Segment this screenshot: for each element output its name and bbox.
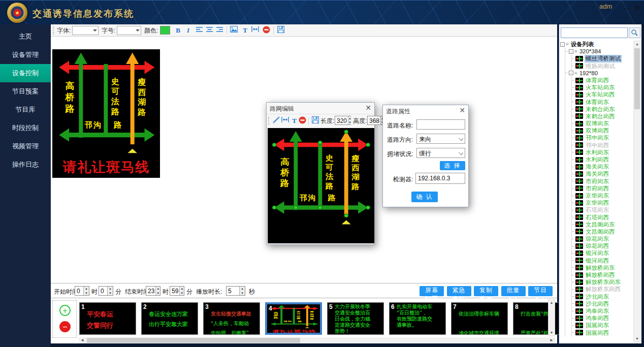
end-hour-spinner[interactable]: 23▲▼ <box>146 286 160 296</box>
tree-device-item[interactable]: 水利岗东 <box>572 149 633 156</box>
tree-device-item[interactable]: 鸿泰岗东 <box>572 307 633 314</box>
tree-device-item[interactable]: 琼花岗东 <box>572 235 633 242</box>
tree-device-item[interactable]: 体育岗西 <box>572 77 633 84</box>
road-network-sign[interactable]: 高桥路史可法路瘦西湖路邗沟路 <box>268 128 373 242</box>
tree-device-item[interactable]: 沙北岗东 <box>572 293 633 300</box>
road-direction-select[interactable]: 来向 <box>416 134 465 144</box>
tree-group-320x384[interactable]: -⌗320*384 <box>565 48 633 55</box>
thumbnail-7[interactable]: 7依法治理非标车辆 净化城市交通环境 <box>451 302 508 335</box>
thumbnail-2[interactable]: 2春运安全连万家出行平安靠大家 <box>141 302 198 335</box>
end-minute-spinner[interactable]: 59▲▼ <box>170 286 184 296</box>
height-spinner[interactable]: 368▲▼ <box>367 116 384 125</box>
emergency-event-button[interactable]: 紧急事件 <box>447 286 471 296</box>
close-button[interactable]: ✕ <box>632 5 643 14</box>
tree-device-item[interactable]: 海关岗东 <box>572 163 633 170</box>
fit-width-icon[interactable] <box>251 26 260 35</box>
tree-device-item[interactable]: 邗中岗东 <box>572 134 633 141</box>
duration-spinner[interactable]: 5▲▼ <box>226 286 245 296</box>
tree-device-item[interactable]: 解放桥岗西 <box>572 271 633 278</box>
tree-device-item[interactable]: 鸿泰岗西 <box>572 314 633 322</box>
italic-icon[interactable]: I <box>184 26 192 35</box>
tree-device-item[interactable]: 京华岗西 <box>572 199 633 206</box>
copy-program-button[interactable]: 复制节目 <box>474 286 498 296</box>
road-name-input[interactable] <box>416 119 465 130</box>
editor-fit-width-icon[interactable] <box>281 116 289 125</box>
tree-expander-icon[interactable]: - <box>569 71 573 75</box>
text-tool-icon[interactable]: T <box>241 26 249 35</box>
traffic-sign-canvas[interactable]: 高桥路史可法路瘦西湖路邗沟路请礼让斑马线 <box>52 49 160 178</box>
minimize-button[interactable]: ─ <box>621 5 632 14</box>
tree-expander-icon[interactable]: - <box>569 49 573 54</box>
draw-line-icon[interactable] <box>272 116 280 125</box>
tree-device-item[interactable]: 解放桥东岗西 <box>572 286 633 293</box>
thumbnail-4[interactable]: 4高桥路史可法路瘦西湖路邗沟路请礼让斑马线 <box>265 302 322 335</box>
sidebar-item-program-library[interactable]: 节目库 <box>0 101 51 119</box>
tree-device-item[interactable]: 文昌阁岗东 <box>572 221 633 228</box>
thumbnail-3[interactable]: 3发生轻微交通事故“人未伤，车能动先拍照，后撤离” <box>203 302 260 335</box>
tree-device-item[interactable]: 文昌阁岗西 <box>572 228 633 235</box>
tree-root-device-list[interactable]: -⌗设备列表 <box>560 41 633 48</box>
sidebar-item-time-control[interactable]: 时段控制 <box>0 119 51 137</box>
tree-device-item[interactable]: 火车站岗东 <box>572 84 633 91</box>
tree-device-item[interactable]: 螺丝湾桥测试 <box>572 55 633 62</box>
tree-device-item[interactable]: 琼花岗西 <box>572 242 633 249</box>
save-icon[interactable] <box>276 26 285 35</box>
editor-delete-icon[interactable] <box>298 116 307 125</box>
device-tree-scrollbar[interactable]: ▲ ▼ <box>633 41 641 342</box>
font-select[interactable] <box>72 26 99 35</box>
batch-deploy-button[interactable]: 批量下发 <box>501 286 526 296</box>
tree-device-item[interactable]: 解放桥岗东 <box>572 264 633 271</box>
screen-settings-button[interactable]: 屏幕设置 <box>420 286 444 296</box>
select-detector-button[interactable]: 选 择 <box>440 161 465 170</box>
detector-input[interactable] <box>415 173 465 184</box>
align-center-icon[interactable] <box>205 26 214 35</box>
length-spinner[interactable]: 320▲▼ <box>335 116 351 125</box>
start-minute-spinner[interactable]: 0▲▼ <box>99 286 113 296</box>
tree-device-item[interactable]: 国展岗西 <box>572 329 633 336</box>
align-right-icon[interactable] <box>215 26 224 35</box>
tree-device-item[interactable]: 水利岗西 <box>572 156 633 163</box>
tree-device-item[interactable]: 京华岗东 <box>572 192 633 199</box>
congestion-select[interactable]: 缓行 <box>416 148 465 158</box>
device-search-input[interactable] <box>561 27 628 38</box>
editor-text-tool-icon[interactable]: T <box>290 116 299 125</box>
sidebar-item-device-management[interactable]: 设备管理 <box>0 46 51 64</box>
tree-device-item[interactable]: 市府岗东 <box>572 178 633 185</box>
tree-device-item[interactable]: 石塔岗东 <box>572 206 633 213</box>
tree-group-192x80[interactable]: -⌗192*80 <box>565 70 633 77</box>
tree-device-item[interactable]: 双博岗东 <box>572 120 633 127</box>
remove-program-button[interactable]: − <box>59 321 71 332</box>
start-hour-spinner[interactable]: 0▲▼ <box>75 286 89 296</box>
sidebar-item-operation-log[interactable]: 操作日志 <box>0 155 51 174</box>
delete-icon[interactable] <box>262 26 271 35</box>
tree-device-item[interactable]: 火车站岗西 <box>572 91 633 98</box>
tree-device-item[interactable]: 邗中岗西 <box>572 142 633 149</box>
tree-device-item[interactable]: 来鹤台岗东 <box>572 106 633 113</box>
editor-close-icon[interactable]: ✕ <box>365 104 371 112</box>
tree-expander-icon[interactable]: - <box>560 42 565 47</box>
sidebar-item-home[interactable]: 主页 <box>0 27 51 46</box>
add-program-button[interactable]: + <box>59 305 71 316</box>
tree-device-item[interactable]: 海关岗西 <box>572 170 633 177</box>
device-search-button[interactable] <box>629 27 640 38</box>
confirm-button[interactable]: 确 认 <box>411 192 438 202</box>
editor-save-icon[interactable] <box>311 116 319 125</box>
tree-device-item[interactable]: 双博岗西 <box>572 127 633 134</box>
thumbnail-1[interactable]: 1平安春运交警同行 <box>79 302 136 335</box>
size-select[interactable] <box>117 26 141 35</box>
color-swatch[interactable] <box>160 26 170 35</box>
tree-device-item[interactable]: 解放桥东岗东 <box>572 278 633 286</box>
tree-device-item[interactable]: 银河岗东 <box>572 249 633 257</box>
tree-device-item[interactable]: 体育岗东 <box>572 99 633 106</box>
insert-image-icon[interactable] <box>230 26 238 35</box>
sidebar-item-device-control[interactable]: 设备控制 <box>0 64 51 82</box>
props-close-icon[interactable]: ✕ <box>459 106 465 114</box>
align-left-icon[interactable] <box>195 26 204 35</box>
thumbnail-horizontal-scrollbar[interactable]: ◄ ► <box>79 337 555 343</box>
sidebar-item-program-plan[interactable]: 节目预案 <box>0 82 51 101</box>
thumbnail-5[interactable]: 5大力开展秋冬季交通安全整治百日会战，全力稳定道路交通安全形势！ <box>327 302 384 335</box>
tree-device-item[interactable]: 维扬岗测试 <box>572 62 633 70</box>
road-network-canvas[interactable]: 高桥路史可法路瘦西湖路邗沟路 <box>268 128 374 243</box>
bold-icon[interactable]: B <box>174 26 182 35</box>
tree-device-item[interactable]: 来鹤台岗西 <box>572 113 633 120</box>
